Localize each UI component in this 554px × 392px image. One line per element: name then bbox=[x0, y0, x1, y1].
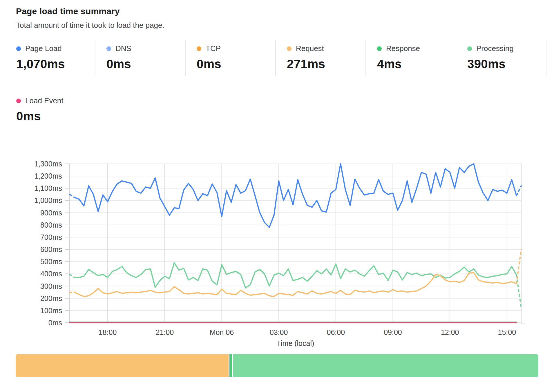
metric-summary-row-2: Load Event 0ms bbox=[5, 92, 95, 128]
stat-load-event: Load Event 0ms bbox=[5, 92, 95, 128]
stat-dns: DNS 0ms bbox=[95, 40, 186, 76]
timeseries-chart-svg: 0ms100ms200ms300ms400ms500ms600ms700ms80… bbox=[16, 157, 538, 351]
stat-label: Request bbox=[296, 44, 324, 53]
svg-text:900ms: 900ms bbox=[40, 209, 62, 217]
page-subtitle: Total amount of time it took to load the… bbox=[16, 21, 164, 30]
svg-text:500ms: 500ms bbox=[40, 257, 62, 266]
status-bar-segment[interactable] bbox=[16, 354, 229, 377]
stat-value: 0ms bbox=[106, 57, 185, 71]
stat-label: Load Event bbox=[25, 96, 64, 105]
stat-value: 0ms bbox=[16, 109, 95, 123]
stat-label: DNS bbox=[115, 44, 131, 53]
svg-text:Mon 06: Mon 06 bbox=[210, 328, 234, 336]
stat-value: 271ms bbox=[287, 57, 365, 71]
metric-summary-row: Page Load 1,070ms DNS 0ms TCP 0ms Reques… bbox=[5, 40, 546, 76]
svg-text:03:00: 03:00 bbox=[270, 328, 288, 336]
svg-text:21:00: 21:00 bbox=[156, 328, 174, 336]
svg-text:700ms: 700ms bbox=[40, 233, 62, 241]
stat-value: 0ms bbox=[197, 57, 275, 71]
stat-response: Response 4ms bbox=[366, 40, 456, 76]
svg-text:18:00: 18:00 bbox=[99, 328, 117, 336]
dns-legend-dot-icon bbox=[106, 46, 111, 51]
stat-label: Response bbox=[386, 44, 420, 53]
status-bar-segment[interactable] bbox=[229, 354, 232, 377]
status-bar-segment[interactable] bbox=[233, 354, 538, 377]
page-load-time-panel: Page load time summary Total amount of t… bbox=[0, 0, 554, 392]
svg-text:800ms: 800ms bbox=[40, 221, 62, 229]
stat-label: Page Load bbox=[25, 44, 62, 53]
svg-text:12:00: 12:00 bbox=[441, 328, 459, 336]
svg-text:Time (local): Time (local) bbox=[277, 339, 314, 347]
stat-processing: Processing 390ms bbox=[456, 40, 546, 76]
svg-text:200ms: 200ms bbox=[40, 294, 62, 302]
svg-text:15:00: 15:00 bbox=[498, 328, 516, 336]
svg-text:100ms: 100ms bbox=[40, 306, 62, 315]
page-load-legend-dot-icon bbox=[16, 46, 21, 51]
stat-label: Processing bbox=[476, 44, 514, 53]
processing-legend-dot-icon bbox=[467, 46, 472, 51]
stat-tcp: TCP 0ms bbox=[186, 40, 276, 76]
load-event-legend-dot-icon bbox=[16, 99, 21, 103]
stat-page-load: Page Load 1,070ms bbox=[5, 40, 95, 76]
stat-value: 390ms bbox=[467, 57, 546, 71]
uptime-status-bar[interactable] bbox=[16, 354, 538, 377]
svg-text:1,300ms: 1,300ms bbox=[34, 160, 62, 168]
tcp-legend-dot-icon bbox=[197, 46, 201, 51]
svg-text:09:00: 09:00 bbox=[384, 328, 402, 336]
response-legend-dot-icon bbox=[377, 46, 382, 51]
svg-text:1,200ms: 1,200ms bbox=[34, 172, 62, 180]
svg-text:400ms: 400ms bbox=[40, 270, 62, 278]
page-load-time-chart[interactable]: 0ms100ms200ms300ms400ms500ms600ms700ms80… bbox=[16, 157, 538, 351]
svg-text:06:00: 06:00 bbox=[327, 328, 345, 336]
svg-text:1,100ms: 1,100ms bbox=[34, 184, 62, 192]
stat-value: 1,070ms bbox=[16, 57, 95, 71]
stat-request: Request 271ms bbox=[276, 40, 366, 76]
stat-label: TCP bbox=[206, 44, 221, 53]
svg-text:300ms: 300ms bbox=[40, 282, 62, 290]
svg-text:0ms: 0ms bbox=[48, 319, 62, 327]
svg-text:600ms: 600ms bbox=[40, 245, 62, 253]
svg-text:1,000ms: 1,000ms bbox=[34, 196, 62, 204]
stat-value: 4ms bbox=[377, 57, 456, 71]
page-title: Page load time summary bbox=[16, 6, 120, 16]
request-legend-dot-icon bbox=[287, 46, 292, 51]
